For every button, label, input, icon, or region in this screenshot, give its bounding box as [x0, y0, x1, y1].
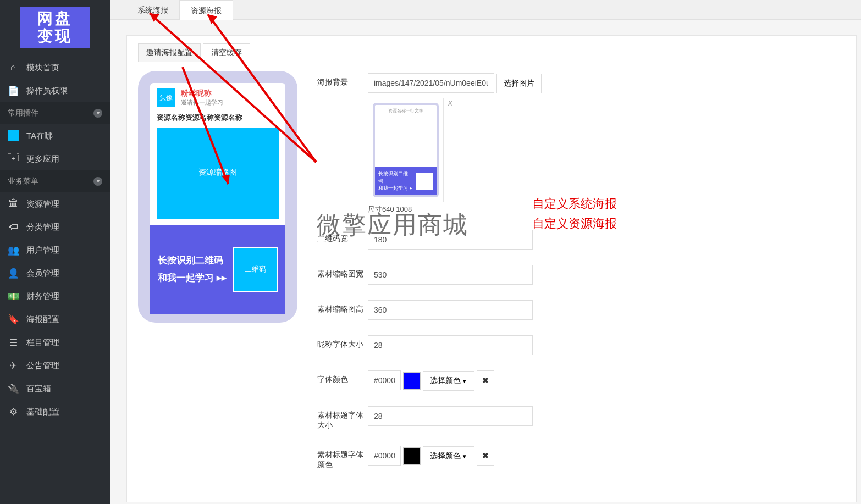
plus-icon: +	[8, 153, 19, 164]
send-icon: ✈	[8, 360, 19, 372]
home-icon: ⌂	[8, 62, 19, 73]
bank-icon: 🏛	[8, 198, 19, 209]
title-color-picker-button[interactable]: 选择颜色▼	[423, 446, 474, 466]
menu-finance[interactable]: 💵财务管理	[0, 285, 110, 308]
menu-plugin-header[interactable]: 常用插件▾	[0, 102, 110, 124]
caret-down-icon: ▼	[462, 378, 467, 384]
choose-image-button[interactable]: 选择图片	[496, 74, 542, 93]
chevron-down-icon: ▾	[93, 177, 102, 186]
tab-resource-poster[interactable]: 资源海报	[179, 0, 233, 20]
font-color-picker-button[interactable]: 选择颜色▼	[423, 371, 474, 391]
user-icon: 👤	[8, 268, 19, 279]
list-icon: ☰	[8, 337, 19, 348]
menu-category[interactable]: 🏷分类管理	[0, 215, 110, 239]
bookmark-icon: 🔖	[8, 314, 19, 325]
sidebar: 网盘 变现 ⌂模块首页 📄操作员权限 常用插件▾ TA在哪 +更多应用 业务菜单…	[0, 0, 110, 504]
subtab-clear-cache[interactable]: 清空缓存	[203, 43, 250, 62]
menu-toolbox[interactable]: 🔌百宝箱	[0, 377, 110, 400]
menu-member[interactable]: 👤会员管理	[0, 262, 110, 285]
thumb-height-input[interactable]	[368, 300, 533, 320]
thumb-width-input[interactable]	[368, 265, 533, 285]
tab-system-poster[interactable]: 系统海报	[126, 0, 179, 20]
label-bg: 海报背景	[317, 73, 368, 87]
menu-ta[interactable]: TA在哪	[0, 124, 110, 147]
content-panel: 邀请海报配置 清空缓存 头像 粉丝昵称 邀请你一起学习 资源名称资源名称资源名称…	[126, 35, 857, 502]
square-icon	[8, 130, 19, 141]
title-color-clear-button[interactable]: ✖	[477, 446, 494, 466]
menu-poster[interactable]: 🔖海报配置	[0, 308, 110, 331]
menu-user[interactable]: 👥用户管理	[0, 239, 110, 262]
preview-avatar: 头像	[157, 88, 175, 107]
bg-remove-icon[interactable]: x	[448, 98, 452, 108]
label-font-color: 字体颜色	[317, 370, 368, 385]
plug-icon: 🔌	[8, 383, 19, 395]
preview-nickname: 粉丝昵称	[181, 88, 223, 98]
bg-dimensions: 尺寸640 1008	[368, 204, 845, 214]
money-icon: 💵	[8, 291, 19, 302]
logo: 网盘 变现	[20, 7, 90, 48]
label-qr-width: 二维码宽	[317, 230, 368, 244]
font-color-swatch[interactable]	[403, 372, 421, 390]
label-title-size: 素材标题字体大小	[317, 406, 368, 430]
label-thumb-width: 素材缩略图宽	[317, 265, 368, 279]
users-icon: 👥	[8, 245, 19, 256]
subtab-invite-config[interactable]: 邀请海报配置	[138, 43, 201, 62]
title-color-swatch[interactable]	[403, 447, 421, 465]
bg-path-input[interactable]	[368, 73, 494, 93]
preview-foot2: 和我一起学习 ▸▸	[158, 269, 227, 287]
topbar: 系统海报 资源海报	[110, 0, 861, 20]
menu-notice[interactable]: ✈公告管理	[0, 354, 110, 377]
font-color-input[interactable]	[368, 370, 401, 390]
label-thumb-height: 素材缩略图高	[317, 300, 368, 314]
label-nick-size: 昵称字体大小	[317, 335, 368, 350]
preview-title: 资源名称资源名称资源名称	[150, 110, 285, 128]
tag-icon: 🏷	[8, 221, 19, 232]
label-title-color: 素材标题字体颜色	[317, 446, 368, 470]
gears-icon: ⚙	[8, 406, 19, 418]
preview-qrcode: 二维码	[233, 247, 278, 292]
preview-foot1: 长按识别二维码	[158, 252, 227, 269]
menu-resource[interactable]: 🏛资源管理	[0, 192, 110, 215]
poster-preview: 头像 粉丝昵称 邀请你一起学习 资源名称资源名称资源名称 资源缩略图 长按识别二…	[138, 71, 297, 323]
chevron-down-icon: ▾	[93, 109, 102, 118]
title-size-input[interactable]	[368, 406, 533, 426]
preview-subtitle: 邀请你一起学习	[181, 98, 223, 107]
menu-column[interactable]: ☰栏目管理	[0, 331, 110, 354]
menu-module-home[interactable]: ⌂模块首页	[0, 56, 110, 79]
qr-width-input[interactable]	[368, 230, 533, 250]
font-color-clear-button[interactable]: ✖	[477, 370, 494, 390]
nick-size-input[interactable]	[368, 335, 533, 355]
menu-more-apps[interactable]: +更多应用	[0, 147, 110, 170]
title-color-input[interactable]	[368, 446, 401, 466]
menu-operator-perm[interactable]: 📄操作员权限	[0, 79, 110, 102]
menu-basic[interactable]: ⚙基础配置	[0, 400, 110, 423]
bg-thumbnail[interactable]: 资源名称一行文字 长按识别二维码和我一起学习 ▸	[368, 98, 444, 202]
preview-thumbnail: 资源缩略图	[157, 128, 279, 219]
menu-biz-header[interactable]: 业务菜单▾	[0, 170, 110, 192]
caret-down-icon: ▼	[462, 453, 467, 459]
doc-icon: 📄	[8, 85, 19, 97]
